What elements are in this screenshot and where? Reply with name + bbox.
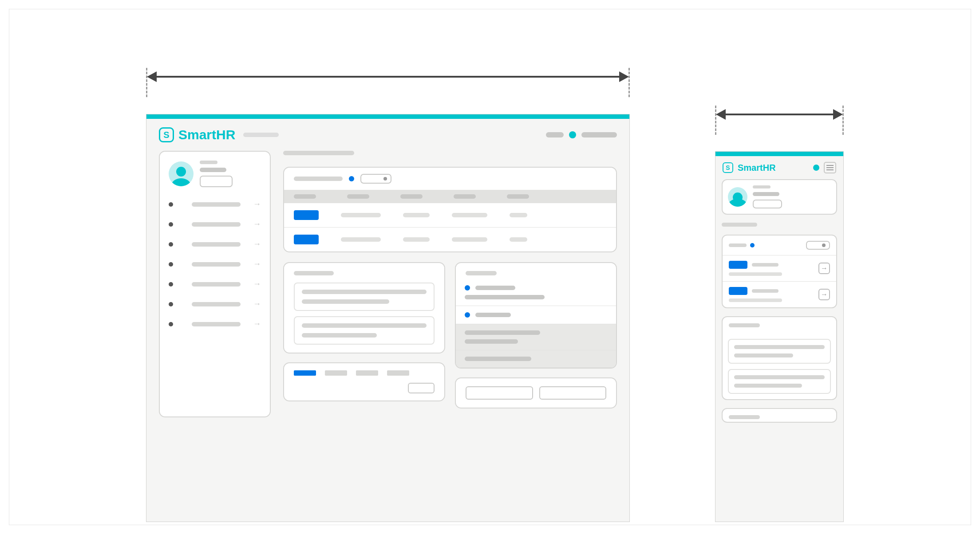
status-badge: [294, 210, 319, 220]
sidebar-item[interactable]: →: [169, 200, 261, 209]
card-title-placeholder: [294, 271, 334, 275]
dim-arrow-line: [149, 76, 627, 78]
chevron-right-icon: →: [253, 220, 261, 229]
desktop-layout: S SmartHR: [146, 114, 630, 522]
sidebar-label-placeholder: [192, 222, 241, 227]
avatar-icon[interactable]: [169, 161, 194, 186]
bullet-icon: [169, 322, 173, 326]
cell-placeholder: [341, 237, 381, 242]
dropdown-indicator-icon: [383, 177, 387, 181]
bullet-icon: [169, 262, 173, 267]
tab-active[interactable]: [294, 370, 316, 376]
section-title-placeholder: [283, 151, 354, 155]
column-header: [400, 194, 423, 199]
brand-logo[interactable]: S SmartHR: [159, 127, 235, 142]
sidebar-item[interactable]: →: [169, 299, 261, 309]
line-placeholder: [475, 286, 515, 290]
line-placeholder: [734, 384, 802, 388]
sidebar-label-placeholder: [192, 302, 241, 306]
dim-arrow-line: [718, 114, 841, 115]
go-arrow-icon[interactable]: →: [818, 263, 830, 274]
split-button[interactable]: [539, 386, 607, 400]
nested-card[interactable]: [294, 283, 435, 311]
nav-item[interactable]: [546, 132, 564, 137]
nav-item[interactable]: [581, 132, 617, 137]
line-placeholder: [302, 333, 377, 338]
sidebar: → → → → → → →: [159, 151, 271, 417]
bullet-icon: [465, 285, 470, 291]
tab-item[interactable]: [356, 370, 378, 376]
tab-item[interactable]: [387, 370, 409, 376]
avatar-icon[interactable]: [728, 187, 747, 207]
filter-active-icon: [349, 176, 354, 181]
line-placeholder: [465, 295, 545, 299]
card-title-placeholder: [466, 271, 497, 275]
dim-dash-right: [842, 106, 844, 135]
sidebar-item[interactable]: →: [169, 319, 261, 329]
nested-card[interactable]: [728, 339, 831, 364]
diagram-frame: S SmartHR: [9, 9, 971, 525]
filter-select[interactable]: [806, 241, 830, 250]
profile-card: [722, 179, 837, 215]
profile-name-placeholder: [200, 161, 217, 164]
sidebar-item[interactable]: →: [169, 279, 261, 289]
list-item[interactable]: [456, 306, 616, 324]
table-row[interactable]: [284, 203, 616, 228]
table-filter-row: [284, 168, 616, 190]
action-chip[interactable]: [408, 383, 435, 393]
hamburger-menu-icon[interactable]: [824, 162, 836, 173]
list-card-right: [455, 262, 617, 369]
card-title-placeholder: [729, 415, 760, 419]
line-placeholder: [752, 289, 778, 293]
cell-placeholder: [510, 213, 527, 217]
bullet-icon: [169, 302, 173, 306]
chevron-right-icon: →: [253, 240, 261, 249]
line-placeholder: [734, 353, 793, 357]
card-filter-row: [723, 236, 836, 255]
filter-select[interactable]: [360, 174, 391, 184]
data-table-card: [283, 167, 617, 252]
sidebar-item[interactable]: →: [169, 240, 261, 249]
column-header: [454, 194, 476, 199]
tab-item[interactable]: [325, 370, 347, 376]
list-item-selected[interactable]: [456, 324, 616, 350]
column-header: [347, 194, 369, 199]
status-badge: [729, 287, 747, 295]
logo-mark-icon: S: [159, 127, 174, 142]
table-row[interactable]: [284, 228, 616, 251]
go-arrow-icon[interactable]: →: [818, 289, 830, 300]
profile-action-button[interactable]: [200, 176, 233, 187]
nested-card[interactable]: [294, 316, 435, 345]
nested-card[interactable]: [728, 369, 831, 394]
line-placeholder: [302, 299, 389, 304]
split-card: [455, 377, 617, 408]
cell-placeholder: [452, 237, 487, 242]
list-row[interactable]: →: [723, 255, 836, 281]
logo-mark-icon: S: [723, 162, 733, 173]
line-placeholder: [475, 313, 511, 317]
filter-active-icon: [750, 243, 755, 247]
list-item[interactable]: [456, 279, 616, 306]
content-card-partial: [722, 408, 837, 423]
brand-logo[interactable]: S SmartHR: [723, 162, 776, 173]
profile-action-button[interactable]: [753, 200, 782, 208]
list-item-selected[interactable]: [456, 350, 616, 368]
sidebar-item[interactable]: →: [169, 259, 261, 269]
sidebar-label-placeholder: [192, 282, 241, 287]
profile-meta-placeholder: [200, 168, 226, 172]
sidebar-item[interactable]: →: [169, 220, 261, 229]
cell-placeholder: [341, 213, 381, 217]
line-placeholder: [729, 272, 782, 276]
column-header: [294, 194, 316, 199]
bullet-icon: [169, 282, 173, 287]
chevron-right-icon: →: [253, 299, 261, 309]
status-badge: [294, 235, 319, 244]
brand-name: SmartHR: [738, 163, 776, 173]
list-row[interactable]: →: [723, 281, 836, 307]
sidebar-label-placeholder: [192, 262, 241, 267]
dropdown-indicator-icon: [822, 243, 826, 247]
content-card: [722, 316, 837, 400]
split-button[interactable]: [466, 386, 533, 400]
chevron-right-icon: →: [253, 279, 261, 289]
chevron-right-icon: →: [253, 200, 261, 209]
